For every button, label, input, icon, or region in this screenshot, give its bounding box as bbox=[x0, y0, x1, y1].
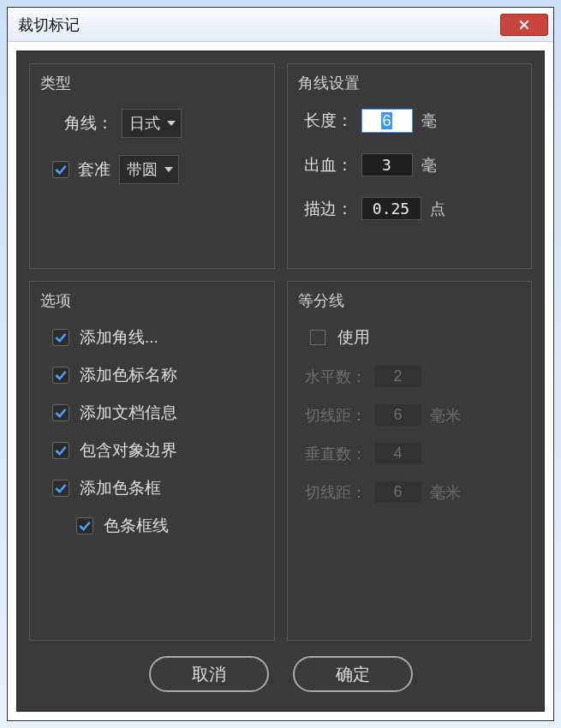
option-checkbox-3[interactable] bbox=[52, 442, 69, 459]
dialog-footer: 取消 确定 bbox=[29, 641, 532, 699]
close-button[interactable] bbox=[500, 14, 548, 36]
close-icon bbox=[519, 20, 529, 30]
bleed-unit: 毫 bbox=[421, 155, 442, 176]
type-panel: 类型 角线： 日式 套准 带圆 bbox=[29, 63, 275, 269]
dialog-content: 类型 角线： 日式 套准 带圆 bbox=[16, 51, 545, 712]
bleed-input[interactable]: 3 bbox=[361, 153, 413, 176]
stroke-input[interactable]: 0.25 bbox=[361, 197, 421, 220]
option-sub-row: 色条框线 bbox=[40, 515, 264, 537]
register-select[interactable]: 带圆 bbox=[119, 155, 179, 184]
v-count-label: 垂直数： bbox=[303, 444, 367, 464]
option-row: 添加文档信息 bbox=[40, 402, 264, 424]
option-row: 添加角线... bbox=[40, 326, 264, 349]
option-sub-checkbox[interactable] bbox=[76, 517, 93, 534]
corner-select[interactable]: 日式 bbox=[122, 109, 182, 138]
h-dist-unit: 毫米 bbox=[430, 405, 461, 426]
check-icon bbox=[55, 445, 67, 456]
option-checkbox-0[interactable] bbox=[52, 329, 69, 346]
option-label-4: 添加色条框 bbox=[80, 477, 161, 499]
type-panel-title: 类型 bbox=[40, 73, 264, 93]
option-sub-label: 色条框线 bbox=[104, 515, 169, 537]
v-dist-label: 切线距： bbox=[303, 482, 367, 503]
v-dist-unit: 毫米 bbox=[430, 482, 461, 503]
ok-button[interactable]: 确定 bbox=[293, 656, 413, 692]
stroke-unit: 点 bbox=[430, 199, 451, 219]
check-icon bbox=[79, 520, 91, 532]
option-row: 添加色标名称 bbox=[40, 364, 264, 386]
option-label-2: 添加文档信息 bbox=[80, 402, 177, 424]
options-panel-title: 选项 bbox=[40, 290, 264, 311]
option-label-1: 添加色标名称 bbox=[80, 364, 177, 386]
corner-label: 角线： bbox=[64, 112, 113, 134]
h-dist-input: 6 bbox=[375, 404, 421, 426]
h-dist-label: 切线距： bbox=[303, 405, 367, 426]
option-label-3: 包含对象边界 bbox=[80, 439, 177, 462]
option-row: 添加色条框 bbox=[40, 477, 264, 499]
option-checkbox-1[interactable] bbox=[52, 367, 69, 384]
option-checkbox-4[interactable] bbox=[52, 480, 69, 497]
stroke-label: 描边： bbox=[298, 198, 353, 220]
check-icon bbox=[55, 331, 67, 343]
dialog-window: 裁切标记 类型 角线： 日式 套准 bbox=[7, 7, 554, 721]
check-icon bbox=[55, 369, 67, 381]
corner-settings-panel: 角线设置 长度： 6 毫 出血： 3 毫 描边： 0.25 点 bbox=[287, 63, 533, 269]
register-checkbox[interactable] bbox=[52, 161, 69, 178]
use-label: 使用 bbox=[337, 326, 370, 349]
v-dist-input: 6 bbox=[375, 481, 421, 503]
length-input[interactable]: 6 bbox=[361, 109, 413, 133]
option-row: 包含对象边界 bbox=[40, 439, 264, 462]
register-label: 套准 bbox=[78, 158, 110, 181]
check-icon bbox=[55, 482, 67, 494]
bleed-label: 出血： bbox=[298, 154, 353, 176]
length-unit: 毫 bbox=[421, 110, 442, 131]
division-panel-title: 等分线 bbox=[298, 290, 522, 311]
use-checkbox[interactable] bbox=[310, 330, 325, 345]
h-count-label: 水平数： bbox=[303, 367, 367, 387]
corner-select-value: 日式 bbox=[129, 113, 160, 134]
cancel-button[interactable]: 取消 bbox=[149, 656, 269, 692]
length-label: 长度： bbox=[298, 110, 353, 132]
v-count-input: 4 bbox=[375, 443, 421, 464]
division-panel: 等分线 使用 水平数： 2 切线距： 6 毫米 垂直数： 4 bbox=[287, 281, 533, 641]
register-select-value: 带圆 bbox=[127, 159, 158, 180]
titlebar: 裁切标记 bbox=[8, 8, 553, 42]
corner-settings-title: 角线设置 bbox=[298, 73, 522, 93]
dialog-title: 裁切标记 bbox=[18, 15, 80, 35]
check-icon bbox=[55, 407, 67, 419]
options-panel: 选项 添加角线... 添加色标名称 添加文档信息 包含对象边界 bbox=[29, 281, 275, 641]
option-label-0: 添加角线... bbox=[80, 326, 158, 349]
h-count-input: 2 bbox=[375, 366, 421, 387]
option-checkbox-2[interactable] bbox=[52, 404, 69, 421]
check-icon bbox=[55, 164, 67, 176]
